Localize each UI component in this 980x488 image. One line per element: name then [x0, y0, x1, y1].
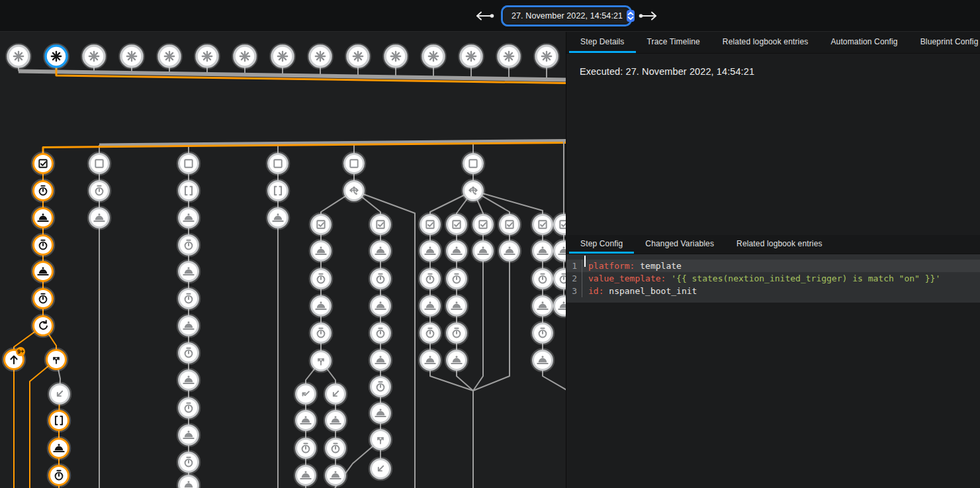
graph-node-timer[interactable]: [177, 234, 200, 256]
graph-node-asterisk[interactable]: [195, 44, 219, 68]
graph-node-timer[interactable]: [369, 322, 392, 344]
graph-node-checkbox-marked[interactable]: [445, 213, 468, 236]
tab-step-config[interactable]: Step Config: [569, 235, 634, 254]
graph-node-service[interactable]: [369, 349, 392, 371]
graph-node-service[interactable]: [32, 260, 54, 283]
graph-node-timer[interactable]: [419, 268, 441, 290]
graph-node-service[interactable]: [531, 240, 554, 262]
graph-node-asterisk[interactable]: [383, 44, 408, 68]
graph-node-timer[interactable]: [48, 464, 70, 487]
graph-node-timer[interactable]: [419, 322, 441, 344]
graph-node-timer[interactable]: [369, 375, 392, 398]
graph-node-checkbox-marked[interactable]: [369, 213, 392, 236]
graph-node-checkbox-marked[interactable]: [472, 213, 494, 236]
graph-node-timer[interactable]: [310, 322, 332, 344]
tab-step-details[interactable]: Step Details: [569, 32, 636, 53]
graph-node-service[interactable]: [294, 464, 317, 487]
graph-node-checkbox-marked[interactable]: [419, 213, 441, 236]
graph-node-asterisk[interactable]: [44, 44, 68, 68]
graph-node-service[interactable]: [177, 260, 200, 283]
graph-node-timer[interactable]: [177, 451, 200, 473]
tab-blueprint-config[interactable]: Blueprint Config: [909, 32, 980, 53]
graph-node-asterisk[interactable]: [270, 44, 294, 68]
graph-node-choose[interactable]: [462, 179, 484, 202]
graph-node-brackets[interactable]: [177, 179, 200, 202]
graph-node-timer[interactable]: [369, 268, 392, 290]
graph-node-checkbox-blank[interactable]: [88, 152, 111, 175]
graph-node-service[interactable]: [553, 240, 566, 262]
graph-node-timer[interactable]: [88, 179, 111, 202]
graph-node-timer[interactable]: [531, 322, 554, 344]
graph-node-timer[interactable]: [324, 437, 347, 460]
graph-node-service[interactable]: [324, 464, 347, 487]
yaml-code-editor[interactable]: 1platform: template2value_template: '{{ …: [566, 254, 980, 303]
graph-node-service[interactable]: [472, 240, 494, 262]
graph-node-service[interactable]: [531, 349, 554, 371]
graph-node-checkbox-blank[interactable]: [267, 152, 289, 175]
graph-node-service[interactable]: [310, 295, 332, 317]
graph-node-brackets[interactable]: [48, 409, 70, 432]
graph-node-asterisk[interactable]: [534, 44, 558, 68]
graph-node-asterisk[interactable]: [308, 44, 332, 68]
graph-node-service[interactable]: [294, 409, 317, 432]
graph-node-service[interactable]: [553, 295, 566, 317]
graph-node-asterisk[interactable]: [232, 44, 257, 68]
graph-node-service[interactable]: [177, 424, 200, 446]
trace-timestamp-select[interactable]: 27. November 2022, 14:54:21: [503, 7, 630, 24]
graph-node-asterisk[interactable]: [496, 44, 521, 68]
graph-node-timer[interactable]: [445, 268, 468, 290]
graph-node-asterisk[interactable]: [459, 44, 483, 68]
tab-related-logbook-entries[interactable]: Related logbook entries: [711, 32, 820, 53]
graph-node-service[interactable]: [324, 409, 347, 432]
graph-node-service[interactable]: [48, 437, 70, 460]
graph-node-split[interactable]: [45, 348, 67, 371]
graph-node-service[interactable]: [419, 295, 441, 317]
graph-node-check-arrow[interactable]: [294, 383, 317, 405]
graph-node-service[interactable]: [419, 349, 441, 371]
graph-node-timer[interactable]: [177, 287, 200, 310]
graph-node-split[interactable]: [369, 428, 392, 451]
graph-node-timer[interactable]: [32, 287, 54, 310]
graph-node-arrow-up[interactable]: 9+: [3, 347, 25, 371]
graph-node-checkbox-marked[interactable]: [498, 213, 521, 236]
tab-automation-config[interactable]: Automation Config: [819, 32, 909, 53]
graph-node-service[interactable]: [177, 369, 200, 391]
graph-node-service[interactable]: [531, 295, 554, 317]
graph-node-arrow-bottom-left[interactable]: [324, 383, 347, 405]
graph-node-refresh[interactable]: [32, 315, 54, 337]
tab-changed-variables[interactable]: Changed Variables: [634, 235, 725, 254]
tab-related-logbook-entries[interactable]: Related logbook entries: [725, 235, 834, 254]
graph-node-timer[interactable]: [32, 234, 54, 256]
next-trace-button[interactable]: [638, 9, 658, 23]
graph-node-asterisk[interactable]: [119, 44, 144, 68]
graph-node-arrow-bottom-left[interactable]: [48, 383, 71, 405]
graph-node-checkbox-blank[interactable]: [343, 152, 365, 175]
graph-node-service[interactable]: [32, 207, 54, 229]
graph-node-timer[interactable]: [445, 322, 468, 344]
graph-node-checkbox-marked[interactable]: [553, 213, 566, 236]
graph-node-service[interactable]: [445, 240, 468, 262]
graph-node-timer[interactable]: [531, 268, 554, 290]
graph-node-asterisk[interactable]: [6, 44, 30, 68]
graph-node-service[interactable]: [369, 295, 392, 317]
graph-node-arrow-bottom-left[interactable]: [369, 458, 392, 480]
graph-node-checkbox-blank[interactable]: [462, 152, 484, 175]
graph-node-service[interactable]: [177, 207, 200, 229]
graph-node-service[interactable]: [310, 240, 332, 262]
graph-node-service[interactable]: [419, 240, 441, 262]
graph-node-split[interactable]: [310, 350, 332, 372]
tab-trace-timeline[interactable]: Trace Timeline: [636, 32, 711, 53]
graph-node-service[interactable]: [177, 474, 200, 488]
graph-node-asterisk[interactable]: [157, 44, 181, 68]
graph-node-service[interactable]: [369, 402, 392, 424]
graph-node-checkbox-marked[interactable]: [310, 213, 332, 236]
graph-node-service[interactable]: [88, 207, 111, 229]
graph-node-asterisk[interactable]: [345, 44, 370, 68]
graph-node-brackets[interactable]: [267, 179, 289, 202]
graph-node-service[interactable]: [498, 240, 521, 262]
graph-node-service[interactable]: [177, 315, 200, 337]
graph-node-checkbox-marked[interactable]: [32, 152, 54, 175]
graph-node-service[interactable]: [369, 240, 392, 262]
graph-node-timer[interactable]: [177, 342, 200, 364]
graph-node-service[interactable]: [267, 207, 289, 229]
